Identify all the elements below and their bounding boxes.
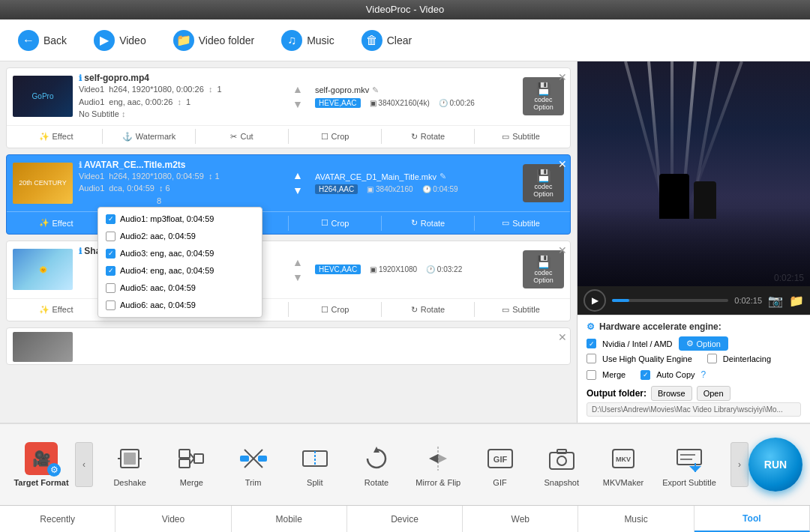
tools-row: Deshake Merge [93, 442, 730, 487]
subtitle-btn-2[interactable]: ▭ Subtitle [478, 215, 564, 231]
music-button[interactable]: ♫ Music [275, 27, 340, 54]
file-3-up-arrow[interactable]: ▲ [292, 256, 303, 268]
svg-text:GIF: GIF [493, 455, 507, 464]
file-1-source-name: ℹ self-gopro.mp4 [79, 73, 280, 83]
file-2-output: AVATAR_CE_D1_Main_Title.mkv ✎ H264,AAC ▣… [315, 169, 517, 197]
effect-btn-1[interactable]: ✨ Effect [13, 129, 99, 145]
rotate-tool[interactable]: Rotate [354, 442, 399, 487]
effect-btn-3[interactable]: ✨ Effect [13, 302, 99, 318]
tab-mobile[interactable]: Mobile [232, 506, 347, 532]
crop-btn-1[interactable]: ☐ Crop [292, 129, 378, 145]
rotate-btn-2[interactable]: ↻ Rotate [385, 215, 471, 231]
nvidia-checkbox[interactable]: ✓ [586, 339, 596, 348]
file-1-down-arrow[interactable]: ▼ [292, 98, 303, 110]
deshake-tool[interactable]: Deshake [107, 442, 152, 487]
tab-web[interactable]: Web [463, 506, 578, 532]
audio-option-3[interactable]: ✓ Audio3: eng, aac, 0:04:59 [98, 245, 262, 262]
file-2-down-arrow[interactable]: ▼ [292, 184, 303, 196]
file-2-header: 20th CENTURY ℹ AVATAR_CE...Title.m2ts Vi… [7, 155, 570, 212]
output-folder-label: Output folder: [586, 388, 646, 399]
merge-checkbox[interactable] [586, 370, 596, 380]
deinterlacing-checkbox[interactable] [707, 354, 717, 363]
browse-button[interactable]: Browse [651, 386, 692, 401]
crop-btn-2[interactable]: ☐ Crop [292, 215, 378, 231]
close-file-4-button[interactable]: ✕ [558, 331, 567, 343]
clear-label: Clear [387, 34, 412, 46]
svg-marker-17 [429, 454, 438, 463]
hw-auto-copy: ✓ Auto Copy ? [640, 369, 706, 380]
back-button[interactable]: ← Back [12, 27, 73, 54]
folder-icon: 📁 [173, 30, 194, 51]
rotate-btn-3[interactable]: ↻ Rotate [385, 302, 471, 318]
file-item-4: ✕ [6, 327, 571, 365]
tab-video[interactable]: Video [116, 506, 231, 532]
watermark-btn-1[interactable]: ⚓ Watermark [106, 129, 192, 145]
gif-tool[interactable]: GIF GIF [478, 442, 523, 487]
audio-dropdown: ✓ Audio1: mp3float, 0:04:59 Audio2: aac,… [98, 207, 262, 318]
hw-option-button[interactable]: ⚙ Option [679, 336, 728, 351]
play-button[interactable]: ▶ [584, 289, 606, 312]
scroll-right-button[interactable]: › [730, 442, 748, 487]
audio-option-6[interactable]: Audio6: aac, 0:04:59 [98, 297, 262, 314]
audio-option-4[interactable]: ✓ Audio4: eng, aac, 0:04:59 [98, 262, 262, 279]
timeline[interactable] [612, 299, 728, 302]
file-2-up-arrow[interactable]: ▲ [292, 169, 303, 181]
file-item-wrapper-1: ✕ GoPro ℹ self-gopro.mp4 Video1 h264, 19… [0, 67, 577, 148]
tab-device[interactable]: Device [347, 506, 463, 532]
close-file-2-button[interactable]: ✕ [558, 158, 567, 170]
video-button[interactable]: ▶ Video [88, 27, 152, 54]
merge-tool[interactable]: Merge [169, 442, 214, 487]
open-folder-icon[interactable]: 📁 [789, 294, 804, 308]
effect-btn-2[interactable]: ✨ Effect [13, 215, 99, 231]
split-tool[interactable]: Split [292, 442, 338, 487]
back-icon: ← [18, 30, 39, 51]
subtitle-btn-3[interactable]: ▭ Subtitle [478, 302, 564, 318]
file-item-wrapper-3: ✕ 🌞 ℹ Shakira-Try Everyt..(official Vide… [0, 241, 577, 321]
file-item-2: ✕ 20th CENTURY ℹ AVATAR_CE...Title.m2ts … [6, 154, 571, 235]
hw-high-quality-row: Use High Quality Engine [586, 354, 692, 363]
video-folder-button[interactable]: 📁 Video folder [167, 27, 260, 54]
trim-tool[interactable]: Trim [231, 442, 276, 487]
file-2-source-name: ℹ AVATAR_CE...Title.m2ts [79, 160, 280, 170]
mkvmaker-tool[interactable]: MKV MKVMaker [601, 442, 646, 487]
high-quality-checkbox[interactable] [586, 354, 596, 363]
main-toolbar: ← Back ▶ Video 📁 Video folder ♫ Music 🗑 … [0, 19, 810, 61]
clear-button[interactable]: 🗑 Clear [356, 27, 418, 54]
rotate-btn-1[interactable]: ↻ Rotate [385, 129, 471, 145]
edit-output-1-icon[interactable]: ✎ [372, 85, 379, 95]
close-file-3-button[interactable]: ✕ [558, 244, 567, 256]
file-2-output-row: H264,AAC ▣ 3840x2160 🕐 0:04:59 [315, 184, 517, 194]
snapshot-icon[interactable]: 📷 [768, 294, 783, 308]
right-panel: 0:02:15 ▶ 0:02:15 📷 📁 ⚙ Hardware acceler… [578, 61, 810, 423]
file-item-wrapper-2: ✕ 20th CENTURY ℹ AVATAR_CE...Title.m2ts … [0, 154, 577, 235]
crop-btn-3[interactable]: ☐ Crop [292, 302, 378, 318]
file-3-down-arrow[interactable]: ▼ [292, 271, 303, 283]
tab-recently[interactable]: Recently [0, 506, 116, 532]
audio-option-5[interactable]: Audio5: aac, 0:04:59 [98, 279, 262, 297]
tab-music[interactable]: Music [578, 506, 694, 532]
file-2-arrows: ▲ ▼ [286, 169, 309, 196]
snapshot-tool[interactable]: Snapshot [539, 442, 584, 487]
close-file-1-button[interactable]: ✕ [558, 71, 567, 83]
svg-rect-26 [677, 450, 701, 465]
audio-option-2[interactable]: Audio2: aac, 0:04:59 [98, 228, 262, 245]
cut-btn-1[interactable]: ✂ Cut [199, 129, 285, 145]
auto-copy-checkbox[interactable]: ✓ [640, 370, 650, 380]
open-button[interactable]: Open [697, 386, 730, 401]
edit-output-2-icon[interactable]: ✎ [440, 172, 446, 181]
audio-option-1[interactable]: ✓ Audio1: mp3float, 0:04:59 [98, 211, 262, 228]
subtitle-btn-1[interactable]: ▭ Subtitle [478, 129, 564, 145]
file-item-wrapper-4: ✕ [0, 327, 577, 365]
auto-copy-help-icon[interactable]: ? [701, 369, 706, 380]
file-1-up-arrow[interactable]: ▲ [292, 83, 303, 95]
target-format-button[interactable]: 🎥 ⚙ Target Format [8, 442, 75, 487]
mirror-flip-tool[interactable]: Mirror & Flip [416, 442, 460, 487]
music-label: Music [307, 34, 334, 46]
scroll-left-button[interactable]: ‹ [75, 442, 93, 487]
svg-text:MKV: MKV [616, 456, 631, 463]
merge-label: Merge [602, 370, 626, 379]
tab-tool[interactable]: Tool [694, 506, 810, 532]
run-button[interactable]: RUN [748, 438, 802, 492]
export-subtitle-tool[interactable]: Export Subtitle [662, 442, 716, 487]
svg-rect-11 [240, 456, 249, 462]
